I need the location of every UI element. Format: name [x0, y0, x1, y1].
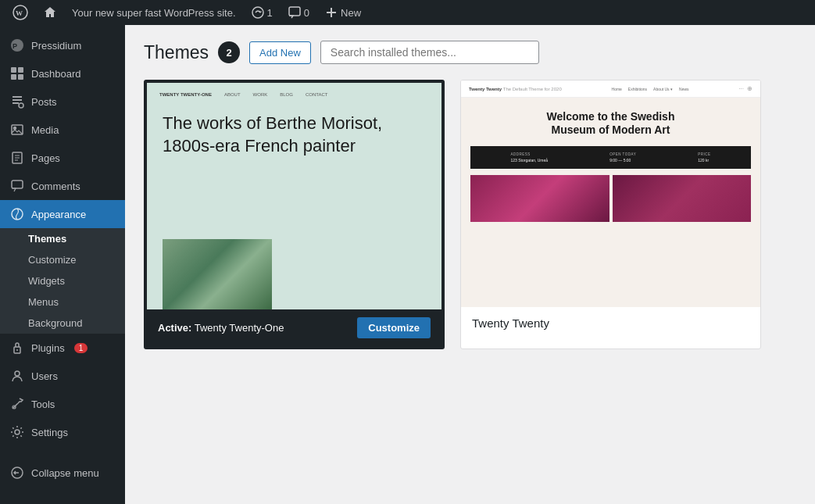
- comments-count: 0: [304, 7, 309, 19]
- svg-rect-7: [18, 67, 23, 73]
- sidebar-subitem-customize[interactable]: Customize: [0, 249, 125, 270]
- wp-logo-item[interactable]: W: [6, 0, 34, 25]
- add-new-button[interactable]: Add New: [249, 41, 311, 64]
- sidebar-item-tools[interactable]: Tools: [0, 390, 125, 418]
- sidebar-item-pressidium[interactable]: P Pressidium: [0, 31, 125, 59]
- search-themes-input[interactable]: [320, 41, 539, 64]
- preview-nav-exhibitions: Exhibitions: [628, 87, 647, 91]
- sidebar-item-pages[interactable]: Pages: [0, 144, 125, 172]
- menus-sublabel: Menus: [28, 296, 59, 308]
- hours-label: OPEN TODAY: [609, 152, 636, 156]
- dashboard-label: Dashboard: [31, 68, 81, 80]
- background-sublabel: Background: [28, 317, 82, 329]
- sidebar-item-users[interactable]: Users: [0, 362, 125, 390]
- main-content: Themes 2 Add New TWENTY TWENTY-ONE ABOUT…: [125, 25, 815, 504]
- appearance-submenu: Themes Customize Widgets Menus Backgroun…: [0, 228, 125, 334]
- settings-label: Settings: [31, 427, 68, 438]
- preview-title-2021: The works of Berthe Morisot, 1800s-era F…: [163, 113, 426, 157]
- pressidium-icon: P: [9, 38, 25, 53]
- svg-point-10: [19, 103, 23, 108]
- svg-rect-8: [11, 74, 16, 80]
- preview-topbar-2020: Twenty Twenty The Default Theme for 2020…: [461, 80, 760, 98]
- themes-count-badge: 2: [218, 41, 240, 63]
- theme-card-twenty-twenty: Twenty Twenty The Default Theme for 2020…: [460, 80, 761, 349]
- sidebar-item-posts[interactable]: Posts: [0, 88, 125, 116]
- comments-sidebar-label: Comments: [31, 181, 80, 192]
- preview-nav-blog: BLOG: [280, 92, 293, 97]
- theme-footer-2020: Twenty Twenty: [461, 307, 760, 339]
- address-label: ADDRESS: [511, 152, 549, 156]
- preview-nav-contact: CONTACT: [306, 92, 328, 97]
- plugins-label: Plugins: [31, 342, 65, 354]
- themes-header: Themes 2 Add New: [144, 41, 796, 64]
- sidebar-subitem-widgets[interactable]: Widgets: [0, 270, 125, 291]
- media-label: Media: [31, 124, 59, 136]
- sidebar-subitem-background[interactable]: Background: [0, 313, 125, 334]
- preview-info-address: ADDRESS 123 Storgatan, Umeå: [511, 152, 549, 163]
- sidebar-item-appearance[interactable]: Appearance: [0, 200, 125, 228]
- preview-info-hours: OPEN TODAY 9:00 — 5:00: [609, 152, 636, 163]
- tools-label: Tools: [31, 399, 55, 410]
- preview-nav-about: ABOUT: [224, 92, 241, 97]
- sidebar-item-media[interactable]: Media: [0, 116, 125, 144]
- preview-nav-2021: TWENTY TWENTY-ONE ABOUT WORK BLOG CONTAC…: [147, 83, 441, 106]
- preview-logo-area: Twenty Twenty The Default Theme for 2020: [469, 87, 562, 91]
- plugins-badge: 1: [74, 343, 88, 353]
- preview-images-2020: [470, 175, 751, 222]
- active-theme-label: Active: Twenty Twenty-One: [158, 322, 284, 334]
- svg-rect-14: [12, 181, 23, 188]
- sidebar-subitem-themes[interactable]: Themes: [0, 228, 125, 249]
- preview-hero-2020: Welcome to the SwedishMuseum of Modern A…: [461, 98, 760, 146]
- updates-count: 1: [267, 7, 273, 19]
- sidebar-subitem-menus[interactable]: Menus: [0, 291, 125, 313]
- users-icon: [9, 368, 25, 384]
- preview-menu-dots: ···: [738, 85, 744, 92]
- hours-value: 9:00 — 5:00: [609, 158, 636, 163]
- users-label: Users: [31, 370, 58, 382]
- active-prefix: Active:: [158, 322, 191, 334]
- wp-logo-icon: W: [13, 5, 28, 20]
- preview-nav-aboutus: About Us ▾: [653, 87, 673, 91]
- new-label: New: [341, 7, 361, 19]
- preview-nav-home: Home: [612, 87, 622, 91]
- price-value: 120 kr: [698, 158, 710, 163]
- active-theme-name: Twenty Twenty-One: [195, 322, 284, 334]
- preview-content-2021: The works of Berthe Morisot, 1800s-era F…: [147, 106, 441, 173]
- new-item[interactable]: New: [319, 0, 367, 25]
- home-icon: [44, 6, 56, 19]
- plugins-icon: [9, 340, 25, 356]
- updates-item[interactable]: 1: [245, 0, 279, 25]
- pages-icon: [9, 150, 25, 166]
- site-name-text: Your new super fast WordPress site.: [72, 7, 236, 19]
- preview-logo-text: Twenty Twenty The Default Theme for 2020: [469, 87, 562, 91]
- svg-point-19: [15, 430, 20, 434]
- sidebar-item-settings[interactable]: Settings: [0, 418, 125, 446]
- posts-label: Posts: [31, 96, 57, 108]
- address-value: 123 Storgatan, Umeå: [511, 158, 549, 163]
- svg-rect-9: [18, 74, 23, 80]
- sidebar-item-comments[interactable]: Comments: [0, 172, 125, 200]
- plus-icon: [325, 6, 338, 19]
- themes-title: Themes: [144, 42, 209, 63]
- collapse-label: Collapse menu: [31, 467, 99, 479]
- theme-preview-2021: TWENTY TWENTY-ONE ABOUT WORK BLOG CONTAC…: [147, 83, 441, 309]
- svg-point-17: [15, 371, 20, 376]
- customize-sublabel: Customize: [28, 254, 76, 266]
- site-name-item[interactable]: Your new super fast WordPress site.: [66, 0, 242, 25]
- preview-painting-image: [163, 239, 272, 309]
- collapse-menu-item[interactable]: Collapse menu: [0, 459, 125, 487]
- price-label: PRICE: [698, 152, 710, 156]
- sidebar-item-plugins[interactable]: Plugins 1: [0, 334, 125, 362]
- home-icon-item[interactable]: [38, 0, 63, 25]
- themes-sublabel: Themes: [28, 233, 66, 245]
- comments-item[interactable]: 0: [282, 0, 316, 25]
- svg-rect-3: [289, 7, 300, 16]
- preview-search-icon: ⊕: [747, 85, 752, 92]
- widgets-sublabel: Widgets: [28, 275, 65, 287]
- theme-name-2020: Twenty Twenty: [472, 316, 749, 330]
- svg-rect-6: [11, 67, 16, 73]
- sidebar-item-dashboard[interactable]: Dashboard: [0, 59, 125, 88]
- sidebar: P Pressidium Dashboard: [0, 25, 125, 504]
- preview-hero-title: Welcome to the SwedishMuseum of Modern A…: [470, 110, 751, 137]
- customize-active-button[interactable]: Customize: [357, 317, 431, 338]
